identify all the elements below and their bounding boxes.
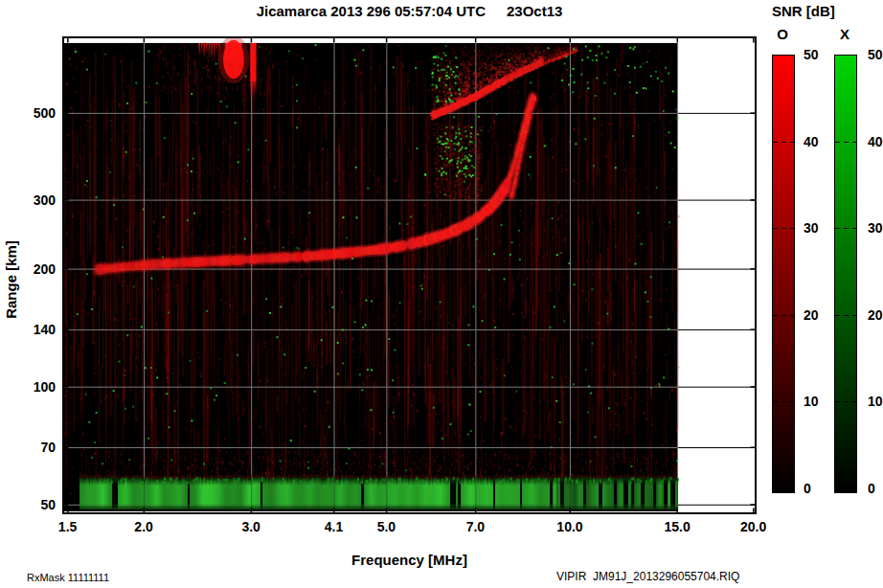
y-tick-label: 70 xyxy=(0,440,56,455)
colorbar-tick-label: 30 xyxy=(804,220,832,236)
colorbar-tick-label: 10 xyxy=(804,394,832,409)
rx-mask-label: RxMask 11111111 xyxy=(27,572,109,583)
x-tick-label: 7.0 xyxy=(454,519,496,534)
plot-title-station-time: Jicamarca 2013 296 05:57:04 UTC xyxy=(257,3,486,19)
x-tick-label: 1.5 xyxy=(47,519,89,534)
y-tick-label: 50 xyxy=(0,497,56,512)
colorbar-tick-dash xyxy=(773,142,794,143)
colorbar-tick-dash xyxy=(773,401,794,402)
ionogram-plot-canvas xyxy=(62,36,757,514)
colorbar-tick-label: 20 xyxy=(868,307,883,323)
colorbar-tick-label: 50 xyxy=(868,47,883,62)
colorbar-tick-dash xyxy=(773,315,794,316)
colorbar-tick-label: 20 xyxy=(804,307,832,323)
y-tick-label: 300 xyxy=(0,192,56,208)
colorbar-tick-label: 40 xyxy=(804,134,832,149)
x-mode-label: X xyxy=(834,26,855,42)
x-mode-colorbar xyxy=(834,55,857,493)
x-tick-label: 5.0 xyxy=(365,519,407,534)
colorbar-tick-label: 30 xyxy=(868,220,883,236)
colorbar-tick-dash xyxy=(773,228,794,229)
y-axis-label: Range [km] xyxy=(3,240,19,319)
colorbar-tick-label: 50 xyxy=(804,47,832,62)
colorbar-tick-label: 40 xyxy=(868,134,883,149)
colorbar-tick-dash xyxy=(835,142,856,143)
colorbar-tick-dash xyxy=(835,315,856,316)
data-file-label: VIPIR JM91J_2013296055704.RIQ xyxy=(556,570,739,583)
x-axis-label: Frequency [MHz] xyxy=(62,552,757,568)
o-mode-colorbar xyxy=(772,55,795,493)
plot-title-date: 23Oct13 xyxy=(507,3,562,19)
ionogram-viewer: Jicamarca 2013 296 05:57:04 UTC23Oct13 R… xyxy=(0,0,883,588)
x-tick-label: 3.0 xyxy=(230,519,272,534)
o-mode-label: O xyxy=(772,26,793,42)
x-tick-label: 2.0 xyxy=(123,519,165,534)
x-tick-label: 4.1 xyxy=(313,519,355,534)
y-tick-label: 140 xyxy=(0,322,56,337)
colorbar-tick-label: 10 xyxy=(868,394,883,409)
y-tick-label: 100 xyxy=(0,379,56,395)
y-tick-label: 500 xyxy=(0,105,56,121)
snr-panel-title: SNR [dB] xyxy=(772,3,835,19)
x-tick-label: 15.0 xyxy=(656,519,698,534)
snr-colorbar-panel: SNR [dB] O X 5050404030302020101000 xyxy=(759,0,883,588)
colorbar-tick-label: 0 xyxy=(868,481,883,496)
x-tick-label: 10.0 xyxy=(549,519,591,534)
colorbar-tick-label: 0 xyxy=(804,481,832,496)
colorbar-tick-dash xyxy=(835,401,856,402)
colorbar-tick-dash xyxy=(835,228,856,229)
plot-title: Jicamarca 2013 296 05:57:04 UTC23Oct13 xyxy=(62,3,757,19)
y-tick-label: 200 xyxy=(0,261,56,277)
